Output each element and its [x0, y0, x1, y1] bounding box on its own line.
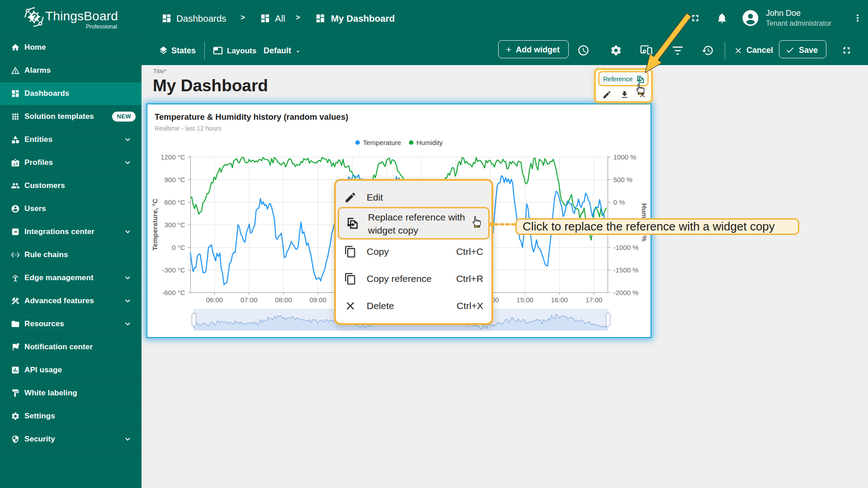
- svg-text:-2000 %: -2000 %: [613, 289, 639, 296]
- svg-text:300 °C: 300 °C: [164, 221, 185, 229]
- svg-text:09:00: 09:00: [310, 296, 327, 304]
- svg-text:06:00: 06:00: [206, 296, 223, 304]
- svg-text:15:00: 15:00: [516, 296, 533, 304]
- svg-text:17:00: 17:00: [585, 296, 603, 304]
- svg-text:-1500 %: -1500 %: [613, 266, 639, 274]
- svg-text:-1000 %: -1000 %: [613, 244, 639, 251]
- svg-text:Temperature, °C: Temperature, °C: [151, 198, 159, 250]
- svg-text:500 %: 500 %: [613, 176, 633, 183]
- svg-text:0 %: 0 %: [613, 198, 625, 206]
- svg-text:600 °C: 600 °C: [164, 198, 185, 206]
- svg-text:0 °C: 0 °C: [172, 244, 185, 251]
- svg-text:1000 %: 1000 %: [613, 153, 637, 161]
- svg-text:1200 °C: 1200 °C: [160, 153, 185, 161]
- svg-text:Humidity: Humidity: [416, 139, 443, 146]
- svg-text:08:00: 08:00: [275, 296, 292, 304]
- svg-text:07:00: 07:00: [241, 296, 258, 304]
- svg-text:-600 °C: -600 °C: [162, 289, 185, 296]
- svg-text:16:00: 16:00: [551, 296, 568, 304]
- svg-text:Temperature: Temperature: [363, 139, 401, 146]
- svg-text:-300 °C: -300 °C: [162, 266, 185, 274]
- svg-text:900 °C: 900 °C: [164, 176, 185, 183]
